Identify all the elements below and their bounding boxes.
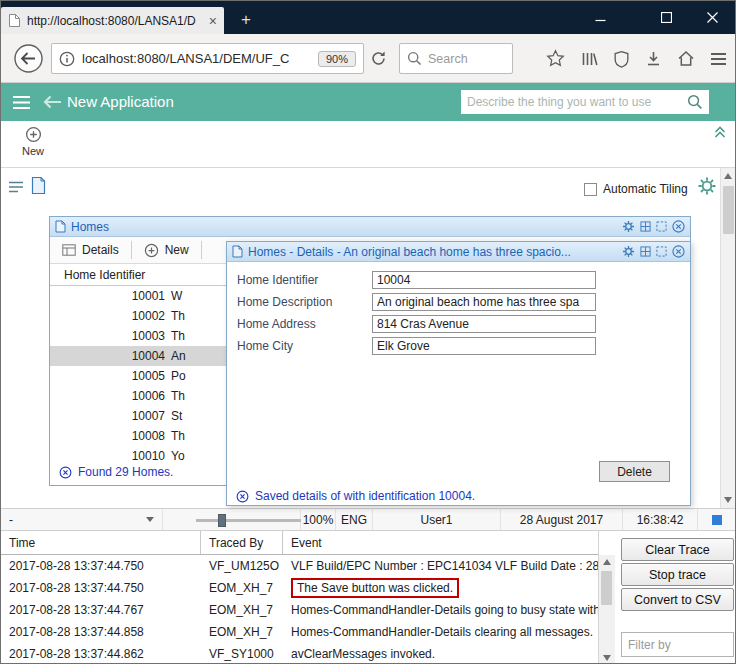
back-button[interactable] [13,43,44,74]
zoom-level: 100% [301,509,336,530]
home-identifier-label: Home Identifier [237,273,372,287]
trace-time-header[interactable]: Time [1,531,201,554]
new-command-label: New [22,145,44,157]
zoom-slider[interactable] [163,509,301,530]
homes-tile-icon[interactable] [640,221,651,232]
browser-search-field[interactable] [399,43,513,74]
scroll-down-icon[interactable] [603,655,611,661]
filter-by-input[interactable] [621,632,734,657]
url-text[interactable]: localhost:8080/LANSA1/DEM/UF_C [82,51,311,66]
home-desc-cell: Th [165,389,185,403]
trace-row[interactable]: 2017-08-28 13:37:44.750 VF_UM125O VLF Bu… [1,555,598,577]
shield-icon[interactable] [613,50,630,68]
minimize-button[interactable] [577,1,623,34]
app-search-icon[interactable] [687,94,703,110]
home-id-cell: 10001 [50,289,165,303]
maximize-button[interactable] [643,1,689,34]
scroll-thumb[interactable] [723,186,734,234]
scroll-up-icon[interactable] [603,559,611,565]
status-bar: - 100% ENG User1 28 August 2017 16:38:42 [1,508,735,531]
workspace-gear-icon[interactable] [697,176,717,196]
home-city-input[interactable] [372,337,596,355]
details-window: Homes - Details - An original beach home… [226,241,691,506]
homes-window-titlebar[interactable]: Homes [50,217,690,237]
trace-scrollbar[interactable] [599,555,615,664]
field-row: Home Identifier [237,271,596,289]
home-description-input[interactable] [372,293,596,311]
convert-to-csv-button[interactable]: Convert to CSV [621,588,734,611]
trace-row[interactable]: 2017-08-28 13:37:44.767 EOM_XH_7 Homes-C… [1,599,598,621]
details-tile-icon[interactable] [640,246,651,257]
homes-gear-icon[interactable] [622,220,635,233]
message-close-icon[interactable] [59,466,72,479]
homes-close-icon[interactable] [672,220,685,233]
new-tab-button[interactable]: + [234,9,258,31]
url-bar[interactable]: localhost:8080/LANSA1/DEM/UF_C 90% [51,43,364,74]
home-identifier-input[interactable] [372,271,596,289]
delete-button[interactable]: Delete [599,461,670,482]
home-identifier-column-header[interactable]: Home Identifier [50,264,227,286]
app-back-icon[interactable] [41,94,63,110]
field-row: Home City [237,337,596,355]
home-city-label: Home City [237,339,372,353]
saved-message: Saved details of with identification 100… [236,489,475,503]
zoom-badge[interactable]: 90% [318,51,356,67]
collapse-ribbon-icon[interactable] [713,125,727,139]
details-close-icon[interactable] [672,245,685,258]
message-close-icon[interactable] [236,490,249,503]
close-button[interactable] [689,1,735,34]
home-address-input[interactable] [372,315,596,333]
details-window-titlebar[interactable]: Homes - Details - An original beach home… [227,242,690,262]
details-button[interactable]: Details [50,237,131,263]
bookmark-star-icon[interactable] [546,49,565,68]
trace-row[interactable]: 2017-08-28 13:37:44.862 VF_SY1000 avClea… [1,643,598,664]
trace-time-cell: 2017-08-28 13:37:44.862 [1,647,201,661]
date-indicator: 28 August 2017 [501,509,623,530]
trace-by-header[interactable]: Traced By [201,531,283,554]
trace-time-cell: 2017-08-28 13:37:44.750 [1,581,201,595]
app-search-field[interactable] [461,90,709,114]
app-search-input[interactable] [467,95,683,109]
browser-search-input[interactable] [428,52,500,66]
download-icon[interactable] [645,50,662,67]
details-button-label: Details [82,243,119,257]
details-gear-icon[interactable] [622,245,635,258]
new-command-button[interactable]: New [13,126,53,157]
scroll-thumb[interactable] [601,571,612,605]
details-maximize-icon[interactable] [656,246,667,257]
automatic-tiling-checkbox[interactable] [584,183,597,196]
scroll-up-icon[interactable] [724,173,732,179]
status-blue-square [712,515,722,525]
browser-titlebar: http://localhost:8080/LANSA1/D × + [1,1,735,34]
clear-trace-button[interactable]: Clear Trace [621,538,734,561]
trace-event-header[interactable]: Event [283,531,598,554]
homes-maximize-icon[interactable] [656,221,667,232]
menu-icon[interactable] [710,52,727,66]
stop-trace-button[interactable]: Stop trace [621,563,734,586]
tab-close-icon[interactable]: × [209,14,217,28]
reload-button[interactable] [370,50,387,67]
info-icon[interactable] [59,51,75,67]
browser-tab[interactable]: http://localhost:8080/LANSA1/D × [1,7,224,34]
scroll-down-icon[interactable] [724,497,732,503]
status-dropdown[interactable]: - [1,509,163,530]
status-right-area [698,509,735,530]
toolbar-separator [201,241,202,259]
trace-row-highlighted[interactable]: 2017-08-28 13:37:44.750 EOM_XH_7 The Sav… [1,577,598,599]
home-id-cell: 10006 [50,389,165,403]
window-page-icon[interactable] [31,176,46,195]
new-home-button[interactable]: New [132,237,201,263]
new-home-button-label: New [165,243,189,257]
slider-track[interactable] [196,519,301,522]
app-menu-icon[interactable] [12,95,31,110]
homes-window-title: Homes [71,220,617,234]
home-icon[interactable] [677,50,695,67]
layout-list-icon[interactable] [8,180,24,194]
library-icon[interactable] [580,50,598,68]
time-indicator: 16:38:42 [623,509,698,530]
slider-thumb[interactable] [218,514,226,527]
trace-row[interactable]: 2017-08-28 13:37:44.858 EOM_XH_7 Homes-C… [1,621,598,643]
app-header: New Application [1,83,735,121]
workspace-scrollbar[interactable] [720,168,735,508]
home-desc-cell: St [165,409,182,423]
